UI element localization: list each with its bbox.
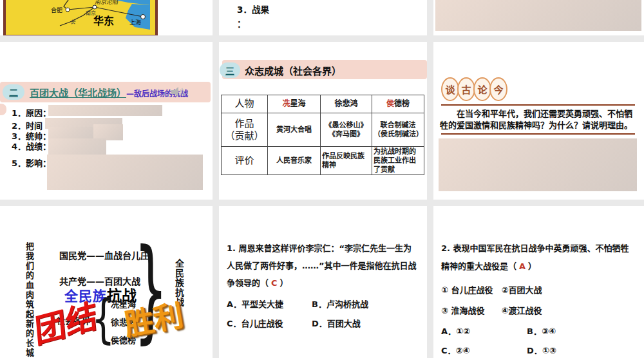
numbered-items-row-1: ① 台儿庄战役 ②百团大战 [441,283,542,296]
stamp-char: 今 [489,77,507,101]
option-d: D．①③ [527,344,556,356]
table-row-header: 作品（贡献） [222,113,268,147]
slide-hundred-regiments[interactable]: 二 百团大战（华北战场）—敌后战场的抗战 1．原因： 2．时间 3．统帅： 4．… [0,42,213,200]
map-city-hefei: 合肥 [51,6,62,14]
map-city-shanghai: 上海 [129,19,141,26]
table-row-header: 人物 [222,95,268,113]
table-cell-work: 黄河大合唱 [268,113,321,147]
option-b: B．卢沟桥抗战 [312,297,368,310]
table-cell-eval: 人民音乐家 [268,147,321,175]
section-badge: 三 [220,62,240,78]
slide-title: 百团大战（华北战场） [30,88,126,99]
table-row-header: 评价 [222,147,268,175]
slide-title: 众志成城（社会各界） [245,64,341,77]
people-table: 人物 冼星海 徐悲鸿 侯德榜 作品（贡献） 黄河大合唱 《愚公移山》《奔马图》 … [221,95,424,175]
answer-letter: C [269,278,280,288]
redacted-answer-block [48,138,106,156]
slide-map-partial[interactable]: 1937年12月 南京沦陷 合肥 南京 华东 上海 长 [0,0,213,35]
redacted-answer-block [48,127,93,138]
redacted-answer-block [47,155,203,190]
stamp-char: 谈 [441,77,459,101]
talk-past-present-stamp: 谈 古 论 今 [441,77,506,101]
redacted-answer-block [435,0,641,31]
table-cell-person: 侯德榜 [372,95,424,113]
table-cell-person: 徐悲鸿 [321,95,372,113]
discussion-question: 在当今和平年代，我们还需要英勇顽强、不怕牺牲的爱国激情和民族精神吗？为什么？请说… [440,108,636,131]
map-graphic: 1937年12月 南京沦陷 合肥 南京 华东 上海 长 [6,0,150,30]
slide-united-society[interactable]: 三 众志成城（社会各界） 人物 冼星海 徐悲鸿 侯德榜 作品（贡献） 黄河大合唱… [219,42,427,200]
victory-wordart: 胜利 [120,292,186,344]
map-river-label: 长 [70,19,76,25]
section-badge: 二 [3,84,24,100]
option-c: C．台儿庄战役 [227,317,283,329]
battle-results-colon: ： [237,17,246,30]
numbered-items-row-2: ③ 淮海战役 ④渡江战役 [441,304,542,316]
option-b: B．③④ [527,325,556,337]
option-a: A．①② [441,325,470,337]
list-item: 1．原因： [12,106,51,118]
list-item: 4．战绩： [12,140,51,152]
table-cell-person: 冼星海 [268,95,321,113]
china-map-image: 1937年12月 南京沦陷 合肥 南京 华东 上海 长 [3,0,158,35]
option-a: A．平型关大捷 [227,297,283,310]
redacted-answer-block [439,138,637,191]
unity-wordart: 团结 [33,289,99,353]
slide-battle-results-partial[interactable]: 3．战果 ： [219,0,427,35]
option-d: D．百团大战 [312,317,361,329]
slide-title-row: 百团大战（华北战场）—敌后战场的抗战 [30,86,188,99]
table-cell-eval: 作品反映民族精神 [321,147,372,175]
table-cell-work: 《愚公移山》《奔马图》 [321,113,372,147]
battle-results-heading: 3．战果 [237,3,269,15]
left-vertical-text: 把我们的血肉筑起新的长城 [23,242,35,358]
stamp-char: 论 [473,77,491,101]
stamp-char: 古 [457,77,475,101]
redacted-answer-block [48,105,162,116]
table-cell-work: 联合制碱法（侯氏制碱法） [372,113,424,147]
band-decoration [0,104,6,115]
question-1-text: 1. 周恩来曾这样评价李宗仁：“李宗仁先生一生为人民做了两件好事，……”其中一件… [227,240,419,292]
slide-redacted-partial[interactable] [433,0,644,35]
map-region-label: 华东 [93,15,114,27]
option-c: C．②④ [441,344,470,356]
slide-quiz-question-2[interactable]: 2. 表现中国军民在抗日战争中英勇顽强、不怕牺牲精神的重大战役是（A） ① 台儿… [433,206,644,358]
divider-line [441,104,635,106]
speaker-icon[interactable] [169,84,185,102]
slide-summary-diagram[interactable]: 把我们的血肉筑起新的长城 国民党——血战台儿庄 共产党——百团大战 全民族抗战 … [0,206,213,358]
list-item: 5．影响： [12,156,51,169]
question-2-text: 2. 表现中国军民在抗日战争中英勇顽强、不怕牺牲精神的重大战役是（A） [441,240,634,276]
table-cell-eval: 为抗战时期的民族工业作出了贡献 [372,147,424,175]
map-event-label: 南京沦陷 [95,0,118,5]
answer-letter: A [516,261,528,271]
divider-line [441,133,635,135]
slide-discussion[interactable]: 谈 古 论 今 在当今和平年代，我们还需要英勇顽强、不怕牺牲的爱国激情和民族精神… [433,42,644,200]
slide-quiz-question-1[interactable]: 1. 周恩来曾这样评价李宗仁：“李宗仁先生一生为人民做了两件好事，……”其中一件… [219,206,427,358]
